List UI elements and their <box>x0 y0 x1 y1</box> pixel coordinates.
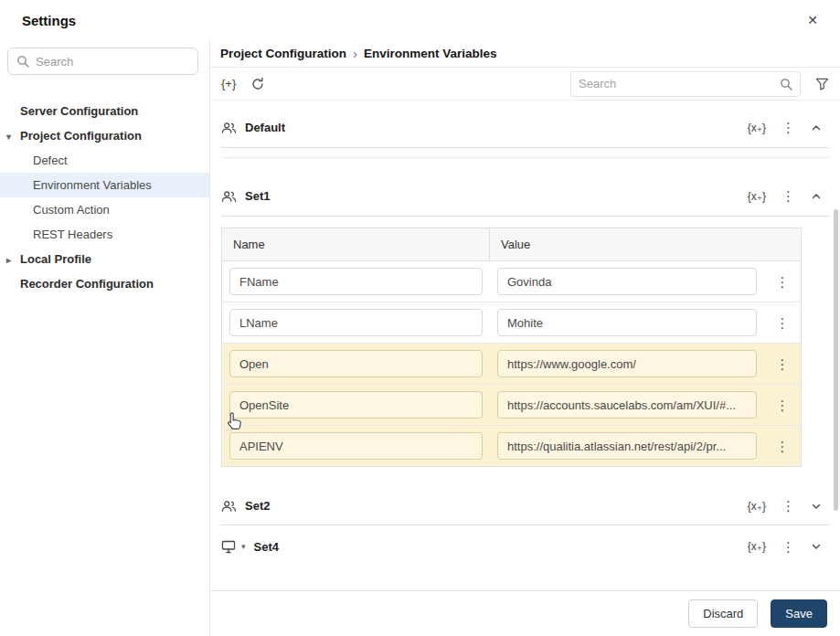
breadcrumb-current: Environment Variables <box>364 47 497 60</box>
main-panel: Project Configuration › Environment Vari… <box>210 40 840 636</box>
dialog-title: Settings <box>22 13 76 28</box>
sidebar-item-project-configuration[interactable]: ▾ Project Configuration <box>0 123 209 148</box>
variable-value-input[interactable] <box>497 350 757 377</box>
variable-value-input[interactable] <box>497 391 757 419</box>
kebab-menu-icon[interactable]: ⋮ <box>764 357 801 371</box>
default-empty-content <box>221 148 829 158</box>
sidebar-item-label: REST Headers <box>33 228 112 241</box>
chevron-up-icon[interactable] <box>811 122 822 133</box>
kebab-menu-icon[interactable]: ⋮ <box>782 499 795 513</box>
group-icon <box>221 122 237 134</box>
monitor-icon <box>221 540 236 554</box>
refresh-icon[interactable] <box>250 77 265 91</box>
section-set1[interactable]: Set1 {x₊} ⋮ <box>221 176 829 217</box>
variables-table: Name Value ⋮ ⋮ <box>221 228 802 467</box>
vertical-scrollbar[interactable] <box>834 209 838 511</box>
variable-value-input[interactable] <box>497 309 757 336</box>
column-header-name: Name <box>222 228 490 260</box>
section-default[interactable]: Default {x₊} ⋮ <box>221 108 829 148</box>
group-icon <box>221 500 237 513</box>
footer: Discard Save <box>210 590 840 636</box>
chevron-right-icon[interactable]: ▸ <box>6 254 11 264</box>
settings-sidebar: Server Configuration ▾ Project Configura… <box>0 40 210 636</box>
chevron-down-icon[interactable]: ▾ <box>6 131 11 141</box>
sidebar-item-server-configuration[interactable]: Server Configuration <box>0 99 209 123</box>
section-spacer <box>221 467 829 487</box>
search-icon <box>16 55 29 68</box>
sidebar-item-label: Defect <box>33 154 68 167</box>
save-button[interactable]: Save <box>771 599 827 628</box>
kebab-menu-icon[interactable]: ⋮ <box>764 440 801 453</box>
settings-dialog: Settings ✕ Server Configuration ▾ Projec… <box>0 0 840 636</box>
close-icon[interactable]: ✕ <box>807 13 818 27</box>
discard-button[interactable]: Discard <box>688 599 758 628</box>
variables-icon[interactable]: {x₊} <box>748 540 766 553</box>
sidebar-item-local-profile[interactable]: ▸ Local Profile <box>0 247 209 271</box>
section-set2[interactable]: Set2 {x₊} ⋮ <box>221 487 829 525</box>
sidebar-item-environment-variables[interactable]: Environment Variables <box>0 173 209 197</box>
add-variable-set-button[interactable]: {+} <box>221 77 236 90</box>
kebab-menu-icon[interactable]: ⋮ <box>782 121 795 134</box>
chevron-down-icon[interactable] <box>811 501 822 512</box>
variables-icon[interactable]: {x₊} <box>748 190 766 203</box>
table-row-highlighted: ⋮ <box>222 426 801 466</box>
search-icon <box>780 78 792 90</box>
sidebar-item-label: Custom Action <box>33 203 110 217</box>
variable-name-input[interactable] <box>229 309 483 336</box>
variable-name-input[interactable] <box>229 391 483 419</box>
breadcrumb: Project Configuration › Environment Vari… <box>210 40 840 68</box>
sidebar-nav: Server Configuration ▾ Project Configura… <box>0 99 209 296</box>
kebab-menu-icon[interactable]: ⋮ <box>764 398 801 412</box>
breadcrumb-parent[interactable]: Project Configuration <box>220 47 346 60</box>
table-row-highlighted: ⋮ <box>222 344 801 385</box>
column-header-value: Value <box>490 228 801 260</box>
variables-icon[interactable]: {x₊} <box>748 500 766 513</box>
filter-icon[interactable] <box>815 78 829 90</box>
toolbar-search[interactable] <box>570 71 801 97</box>
sidebar-item-custom-action[interactable]: Custom Action <box>0 197 209 222</box>
chevron-down-icon[interactable] <box>811 541 822 552</box>
toolbar-search-input[interactable] <box>579 77 774 90</box>
breadcrumb-separator-icon: › <box>353 47 357 60</box>
variable-name-input[interactable] <box>229 350 483 377</box>
titlebar: Settings ✕ <box>0 0 840 40</box>
kebab-menu-icon[interactable]: ⋮ <box>764 275 801 289</box>
section-set4[interactable]: ▾ Set4 {x₊} ⋮ <box>221 525 829 567</box>
sidebar-search-input[interactable] <box>36 55 189 69</box>
sidebar-item-label: Recorder Configuration <box>20 277 154 291</box>
sidebar-item-label: Project Configuration <box>20 129 142 143</box>
table-row-highlighted: ⋮ <box>222 385 801 426</box>
kebab-menu-icon[interactable]: ⋮ <box>764 316 801 330</box>
sections-list: Default {x₊} ⋮ Set1 <box>210 101 840 590</box>
toolbar: {+} <box>210 68 840 101</box>
sidebar-item-label: Local Profile <box>20 252 91 266</box>
table-row: ⋮ <box>222 302 801 344</box>
variable-value-input[interactable] <box>497 432 757 460</box>
sidebar-item-label: Environment Variables <box>33 178 152 192</box>
table-row: ⋮ <box>222 261 801 302</box>
sidebar-item-recorder-configuration[interactable]: Recorder Configuration <box>0 271 209 296</box>
section-name: Default <box>245 121 285 134</box>
kebab-menu-icon[interactable]: ⋮ <box>782 540 795 554</box>
chevron-up-icon[interactable] <box>811 191 822 202</box>
chevron-down-icon[interactable]: ▾ <box>241 542 246 551</box>
sidebar-search[interactable] <box>7 48 198 75</box>
table-header: Name Value <box>222 228 801 261</box>
section-name: Set4 <box>254 540 279 554</box>
sidebar-item-label: Server Configuration <box>20 104 138 118</box>
sidebar-item-defect[interactable]: Defect <box>0 148 209 173</box>
section-name: Set1 <box>245 189 270 203</box>
section-name: Set2 <box>245 499 270 513</box>
variable-name-input[interactable] <box>229 268 483 295</box>
variables-icon[interactable]: {x₊} <box>748 122 766 134</box>
variable-name-input[interactable] <box>229 432 483 460</box>
group-icon <box>221 190 237 203</box>
kebab-menu-icon[interactable]: ⋮ <box>782 189 795 203</box>
sidebar-item-rest-headers[interactable]: REST Headers <box>0 222 209 247</box>
variable-value-input[interactable] <box>497 268 757 295</box>
